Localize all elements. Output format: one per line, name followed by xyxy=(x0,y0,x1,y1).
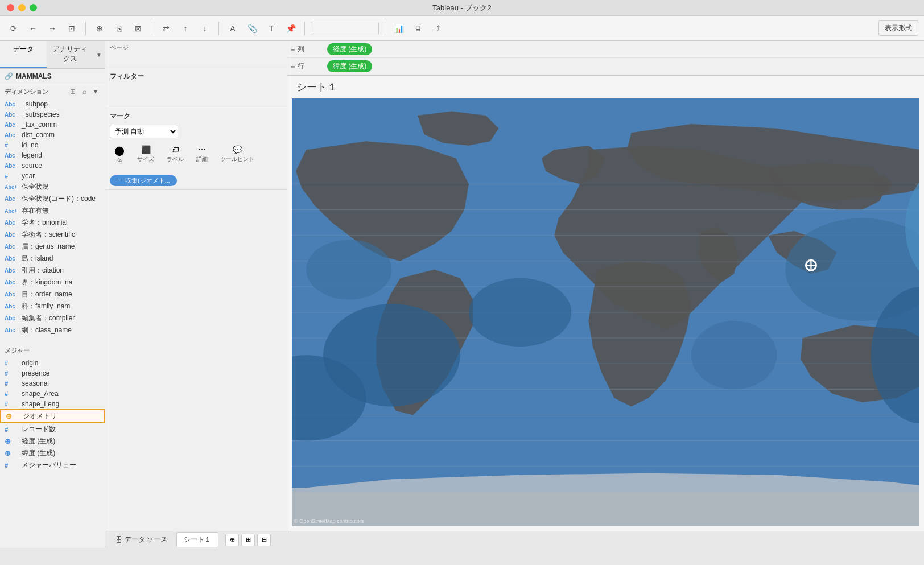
field-legend[interactable]: Abc legend xyxy=(0,150,105,160)
field-presence[interactable]: # presence xyxy=(0,368,105,378)
field-name: レコード数 xyxy=(22,424,56,434)
field-origin[interactable]: # origin xyxy=(0,358,105,368)
marks-type-select[interactable]: 予測 自動 xyxy=(110,125,178,138)
field-sonzai[interactable]: Abc+ 存在有無 xyxy=(0,205,105,217)
clear-icon[interactable]: ⊠ xyxy=(130,20,146,36)
center-area: ページ フィルター マーク 予測 自動 ⬤ xyxy=(105,41,924,548)
prefix-hash: # xyxy=(5,360,19,366)
grid-icon[interactable]: ⊞ xyxy=(68,87,77,96)
field-scientific[interactable]: Abc 学術名：scientific xyxy=(0,229,105,241)
map-svg xyxy=(292,98,919,526)
share-icon[interactable]: ⤴ xyxy=(430,20,446,36)
field-subspecies[interactable]: Abc _subspecies xyxy=(0,109,105,119)
tooltip-label: ツールヒント xyxy=(220,155,254,163)
svg-point-20 xyxy=(691,321,777,389)
swap-icon[interactable]: ⇄ xyxy=(158,20,174,36)
search-dim-icon[interactable]: ⌕ xyxy=(80,87,89,96)
marks-detail-btn[interactable]: ⋯ 詳細 xyxy=(192,143,212,167)
field-name: year xyxy=(22,172,35,180)
sort-desc-icon[interactable]: ↓ xyxy=(197,20,213,36)
new-sheet-icon[interactable]: ⊕ xyxy=(225,534,239,546)
hyoji-button[interactable]: 表示形式 xyxy=(878,20,918,36)
field-seasonal[interactable]: # seasonal xyxy=(0,378,105,389)
measures-header: メジャー xyxy=(0,344,105,358)
rows-pill[interactable]: 緯度 (生成) xyxy=(327,60,372,72)
rows-shelf: ≡ 行 緯度 (生成) xyxy=(287,58,924,75)
field-name: shape_Area xyxy=(22,390,59,398)
tab-data[interactable]: データ xyxy=(0,41,47,68)
separator-2 xyxy=(152,22,152,35)
status-bar: 🗄 データ ソース シート１ ⊕ ⊞ ⊟ xyxy=(105,531,924,548)
duplicate-sheet-icon[interactable]: ⊞ xyxy=(241,534,255,546)
minimize-button[interactable] xyxy=(18,4,26,11)
field-hozen[interactable]: Abc+ 保全状況 xyxy=(0,181,105,193)
field-class[interactable]: Abc 綱：class_name xyxy=(0,324,105,336)
sort-asc-icon[interactable]: ↑ xyxy=(178,20,193,36)
field-hozen-code[interactable]: Abc 保全状況(コード)：code xyxy=(0,193,105,205)
field-island[interactable]: Abc 島：island xyxy=(0,253,105,265)
field-geometry[interactable]: ⊕ ジオメトリ xyxy=(0,409,105,423)
field-dist-comm[interactable]: Abc dist_comm xyxy=(0,130,105,140)
annotation-icon[interactable]: 📎 xyxy=(244,20,260,36)
field-name: dist_comm xyxy=(22,131,55,139)
field-kingdom[interactable]: Abc 界：kingdom_na xyxy=(0,277,105,288)
search-input[interactable] xyxy=(311,22,379,35)
field-order[interactable]: Abc 目：order_name xyxy=(0,288,105,300)
field-year[interactable]: # year xyxy=(0,171,105,181)
refresh-icon[interactable]: ⟳ xyxy=(6,20,22,36)
maximize-button[interactable] xyxy=(30,4,37,11)
workspace: ページ フィルター マーク 予測 自動 ⬤ xyxy=(105,41,924,531)
main-view: ≡ 列 経度 (生成) ≡ 行 緯度 (生成) xyxy=(287,41,924,531)
columns-pill[interactable]: 経度 (生成) xyxy=(327,43,372,55)
new-datasource-icon[interactable]: ⊕ xyxy=(92,20,108,36)
geo-pill[interactable]: ⋯ 収集(ジオメト... xyxy=(110,175,177,186)
field-family[interactable]: Abc 科：family_nam xyxy=(0,300,105,312)
field-compiler[interactable]: Abc 編集者：compiler xyxy=(0,312,105,324)
field-record-count[interactable]: # レコード数 xyxy=(0,423,105,435)
field-genus[interactable]: Abc 属：genus_name xyxy=(0,241,105,253)
home-icon[interactable]: ⊡ xyxy=(64,20,80,36)
field-citation[interactable]: Abc 引用：citation xyxy=(0,265,105,277)
text-icon[interactable]: T xyxy=(263,20,279,36)
marks-label-btn[interactable]: 🏷 ラベル xyxy=(162,143,188,167)
dashboard-icon[interactable]: ⊟ xyxy=(257,534,271,546)
tab-dropdown[interactable]: ▼ xyxy=(93,41,105,68)
prefix-abc: Abc xyxy=(5,315,19,321)
map-area[interactable]: © OpenStreetMap contributors xyxy=(292,98,919,526)
tab-analytics[interactable]: アナリティクス xyxy=(47,41,93,68)
field-subpop[interactable]: Abc _subpop xyxy=(0,99,105,109)
filters-title: フィルター xyxy=(110,72,282,81)
columns-label: ≡ 列 xyxy=(291,44,325,54)
shelves-area: ≡ 列 経度 (生成) ≡ 行 緯度 (生成) xyxy=(287,41,924,76)
field-major-value[interactable]: # メジャーバリュー xyxy=(0,459,105,471)
forward-icon[interactable]: → xyxy=(44,20,60,36)
chart-type-icon[interactable]: 📊 xyxy=(391,20,407,36)
field-id-no[interactable]: # id_no xyxy=(0,140,105,150)
field-tax-comm[interactable]: Abc _tax_comm xyxy=(0,119,105,130)
field-shape-area[interactable]: # shape_Area xyxy=(0,389,105,399)
device-icon[interactable]: 🖥 xyxy=(410,20,426,36)
paste-icon[interactable]: ⎘ xyxy=(111,20,127,36)
field-shape-leng[interactable]: # shape_Leng xyxy=(0,399,105,409)
field-name: ジオメトリ xyxy=(23,411,57,421)
more-icon[interactable]: ▾ xyxy=(91,87,100,96)
data-source-name[interactable]: MAMMALS xyxy=(16,72,52,80)
back-icon[interactable]: ← xyxy=(25,20,41,36)
panel-tabs: データ アナリティクス ▼ xyxy=(0,41,105,69)
field-latitude[interactable]: ⊕ 緯度 (生成) xyxy=(0,447,105,459)
pin-icon[interactable]: 📌 xyxy=(283,20,299,36)
prefix-abc: Abc xyxy=(5,267,19,274)
datasource-btn[interactable]: 🗄 データ ソース xyxy=(111,533,172,546)
field-name: 科：family_nam xyxy=(22,302,70,311)
field-longitude[interactable]: ⊕ 経度 (生成) xyxy=(0,435,105,447)
marks-color-btn[interactable]: ⬤ 色 xyxy=(110,143,129,167)
marks-tooltip-btn[interactable]: 💬 ツールヒント xyxy=(216,143,259,167)
toolbar: ⟳ ← → ⊡ ⊕ ⎘ ⊠ ⇄ ↑ ↓ A 📎 T 📌 📊 🖥 ⤴ 表示形式 xyxy=(0,16,924,41)
sheet-tab[interactable]: シート１ xyxy=(176,532,218,547)
close-button[interactable] xyxy=(7,4,14,11)
field-gakumei[interactable]: Abc 学名：binomial xyxy=(0,217,105,229)
text-color-icon[interactable]: A xyxy=(225,20,241,36)
measures-label: メジャー xyxy=(5,347,30,355)
field-source[interactable]: Abc source xyxy=(0,160,105,171)
marks-size-btn[interactable]: ⬛ サイズ xyxy=(133,143,159,167)
